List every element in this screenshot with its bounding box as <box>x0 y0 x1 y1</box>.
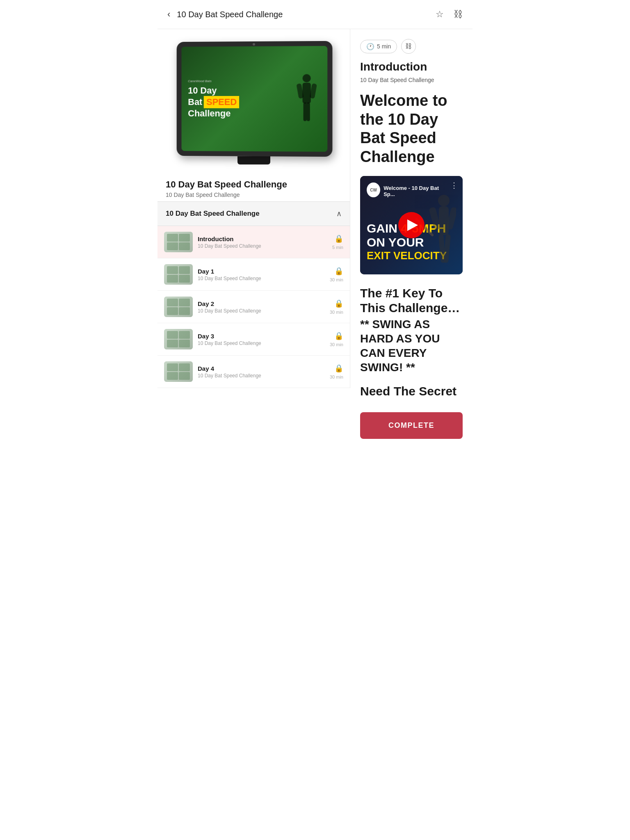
header: ‹ 10 Day Bat Speed Challenge ☆ ⛓ <box>158 0 472 29</box>
chevron-up-icon: ∧ <box>336 209 342 218</box>
lesson-item[interactable]: Day 4 10 Day Bat Speed Challenge 🔒 30 mi… <box>158 356 350 388</box>
thumbnail-inner <box>164 297 193 317</box>
lesson-info: Day 3 10 Day Bat Speed Challenge <box>198 333 326 346</box>
duration-value: 5 min <box>377 43 391 50</box>
share-button[interactable]: ⛓ <box>452 7 464 21</box>
bookmark-button[interactable]: ☆ <box>434 7 445 21</box>
lesson-subtitle: 10 Day Bat Speed Challenge <box>198 308 326 314</box>
lesson-big-title: Welcome to the 10 Day Bat Speed Challeng… <box>360 91 463 166</box>
svg-rect-4 <box>303 103 306 121</box>
lesson-info: Day 4 10 Day Bat Speed Challenge <box>198 365 326 379</box>
back-icon: ‹ <box>167 9 170 20</box>
thumb-cell <box>179 299 190 306</box>
header-title: 10 Day Bat Speed Challenge <box>177 10 283 19</box>
header-left: ‹ 10 Day Bat Speed Challenge <box>166 7 283 21</box>
lesson-thumbnail <box>164 297 193 317</box>
lesson-item[interactable]: Introduction 10 Day Bat Speed Challenge … <box>158 226 350 258</box>
bookmark-icon: ☆ <box>436 9 444 19</box>
tablet-screen-content: CaneWood Bats 10 Day Bat SPEED Challenge <box>181 46 327 152</box>
thumb-cell <box>179 363 190 371</box>
share-icon: ⛓ <box>454 9 463 19</box>
video-player[interactable]: CW Welcome - 10 Day Bat Sp... GAIN 4-5MP… <box>360 176 463 274</box>
course-title: 10 Day Bat Speed Challenge <box>166 179 342 190</box>
thumb-cell <box>179 242 190 250</box>
link-badge-button[interactable]: ⛓ <box>401 39 416 54</box>
lesson-heading: Introduction <box>360 60 463 73</box>
svg-rect-7 <box>439 206 449 235</box>
back-button[interactable]: ‹ <box>166 7 172 21</box>
svg-point-6 <box>438 195 450 206</box>
tablet-bat-text: Bat <box>188 97 202 107</box>
lesson-info: Introduction 10 Day Bat Speed Challenge <box>198 235 329 249</box>
thumb-cell <box>167 242 178 250</box>
tablet-camera <box>253 43 255 46</box>
link-icon: ⛓ <box>405 43 412 50</box>
thumb-cell <box>179 307 190 315</box>
tablet-frame: CaneWood Bats 10 Day Bat SPEED Challenge <box>176 41 332 157</box>
clock-icon: 🕐 <box>366 43 374 50</box>
thumb-cell <box>179 266 190 274</box>
lesson-duration: 30 min <box>330 310 343 315</box>
thumb-cell <box>179 372 190 380</box>
lesson-item[interactable]: Day 1 10 Day Bat Speed Challenge 🔒 30 mi… <box>158 258 350 291</box>
lesson-duration: 30 min <box>330 277 343 282</box>
tablet-challenge-text: Challenge <box>188 108 231 119</box>
thumb-cell <box>179 234 190 242</box>
thumb-grid <box>167 299 190 315</box>
lock-icon: 🔒 <box>334 364 343 373</box>
tablet-image: CaneWood Bats 10 Day Bat SPEED Challenge <box>176 41 332 164</box>
lesson-title: Day 4 <box>198 365 326 372</box>
challenge-key-heading: The #1 Key To This Challenge… <box>360 286 463 315</box>
thumb-cell <box>167 340 178 347</box>
lesson-duration: 30 min <box>330 374 343 379</box>
play-button[interactable] <box>398 212 425 238</box>
lesson-info: Day 1 10 Day Bat Speed Challenge <box>198 268 326 281</box>
course-section-header[interactable]: 10 Day Bat Speed Challenge ∧ <box>158 201 350 226</box>
channel-logo: CW <box>367 183 380 197</box>
lesson-right: 🔒 30 min <box>330 299 343 315</box>
video-menu-button[interactable]: ⋮ <box>450 181 458 190</box>
thumb-cell <box>167 234 178 242</box>
lesson-item[interactable]: Day 3 10 Day Bat Speed Challenge 🔒 30 mi… <box>158 323 350 356</box>
thumb-cell <box>179 340 190 347</box>
thumbnail-inner <box>164 361 193 382</box>
lock-icon: 🔒 <box>334 267 343 276</box>
tablet-player-silhouette <box>290 70 323 128</box>
thumb-grid <box>167 331 190 347</box>
lock-icon: 🔒 <box>334 299 343 308</box>
lesson-right: 🔒 30 min <box>330 331 343 347</box>
video-background: CW Welcome - 10 Day Bat Sp... GAIN 4-5MP… <box>360 176 463 274</box>
complete-button[interactable]: COMPLETE <box>360 412 463 439</box>
thumb-cell <box>167 363 178 371</box>
lesson-right: 🔒 30 min <box>330 267 343 282</box>
lesson-title: Day 1 <box>198 268 326 275</box>
thumb-cell <box>167 307 178 315</box>
lesson-subtitle: 10 Day Bat Speed Challenge <box>198 276 326 281</box>
thumbnail-inner <box>164 264 193 285</box>
duration-badge: 🕐 5 min <box>360 40 397 53</box>
thumb-cell <box>167 275 178 283</box>
lock-icon: 🔒 <box>334 234 343 243</box>
lesson-thumbnail <box>164 264 193 285</box>
lesson-list: Introduction 10 Day Bat Speed Challenge … <box>158 226 350 388</box>
left-panel: CaneWood Bats 10 Day Bat SPEED Challenge <box>158 29 350 388</box>
svg-rect-1 <box>302 83 310 103</box>
tablet-day-text: 10 Day <box>188 85 217 96</box>
lesson-meta: 🕐 5 min ⛓ <box>360 39 463 54</box>
thumb-cell <box>179 331 190 339</box>
swing-hard-text: ** SWING AS HARD AS YOU CAN EVERY SWING!… <box>360 317 463 374</box>
svg-point-0 <box>302 74 310 82</box>
lesson-thumbnail <box>164 329 193 349</box>
lesson-subtitle: 10 Day Bat Speed Challenge <box>198 373 326 379</box>
thumb-cell <box>179 275 190 283</box>
play-triangle-icon <box>407 219 418 231</box>
thumb-grid <box>167 234 190 250</box>
lesson-right: 🔒 30 min <box>330 364 343 379</box>
right-panel: 🕐 5 min ⛓ Introduction 10 Day Bat Speed … <box>350 29 472 455</box>
lesson-item[interactable]: Day 2 10 Day Bat Speed Challenge 🔒 30 mi… <box>158 291 350 323</box>
tablet-stand <box>237 156 270 164</box>
lesson-info: Day 2 10 Day Bat Speed Challenge <box>198 300 326 314</box>
need-secret-heading: Need The Secret <box>360 384 463 398</box>
lesson-subtitle: 10 Day Bat Speed Challenge <box>198 243 329 249</box>
lock-icon: 🔒 <box>334 331 343 340</box>
